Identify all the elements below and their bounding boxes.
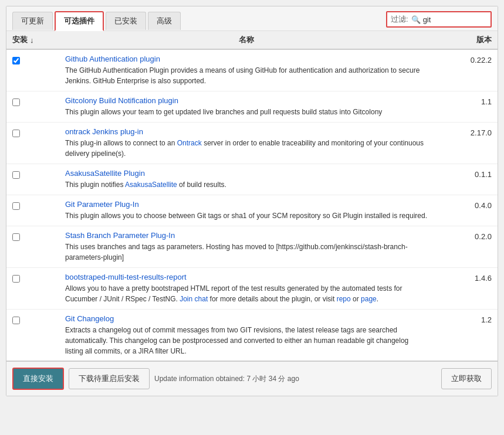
plugin-desc: This plugin allows your team to get upda… xyxy=(65,107,427,117)
plugin-content: Git Parameter Plug-In This plugin allows… xyxy=(59,200,433,221)
version-cell: 0.2.0 xyxy=(433,231,492,241)
plugin-title-link[interactable]: Git Parameter Plug-In xyxy=(65,200,139,209)
col-install-header[interactable]: 安装 ↓ xyxy=(12,35,59,45)
plugin-content: Stash Branch Parameter Plug-In This uses… xyxy=(59,231,433,263)
search-icon: 🔍 xyxy=(411,15,421,24)
plugin-desc: This plugin notifies AsakusaSatellite of… xyxy=(65,179,427,190)
plugin-desc: This plug-in allows to connect to an Ont… xyxy=(65,138,427,159)
install-checkbox-cell xyxy=(12,273,59,283)
install-checkbox[interactable] xyxy=(12,317,20,324)
install-checkbox-cell xyxy=(12,169,59,179)
plugin-content: bootstraped-multi-test-results-report Al… xyxy=(59,273,433,304)
plugin-title-link[interactable]: AsakusaSatellite Plugin xyxy=(65,169,145,178)
col-name-header: 名称 xyxy=(59,35,433,45)
install-checkbox-cell xyxy=(12,231,59,241)
download-button[interactable]: 下载待重启后安装 xyxy=(69,368,150,389)
ontrack-link[interactable]: Ontrack xyxy=(177,139,202,147)
install-checkbox-cell xyxy=(12,55,59,64)
filter-input[interactable] xyxy=(423,15,482,24)
version-cell: 0.1.1 xyxy=(433,169,492,179)
plugin-list: Github Authentication plugin The GitHub … xyxy=(6,50,498,361)
plugin-title-link[interactable]: ontrack Jenkins plug-in xyxy=(65,127,143,136)
install-checkbox-cell xyxy=(12,200,59,210)
repo-link[interactable]: repo xyxy=(337,295,351,303)
filter-label: 过滤: xyxy=(391,14,408,25)
table-row: Github Authentication plugin The GitHub … xyxy=(6,50,498,91)
install-button[interactable]: 直接安装 xyxy=(12,368,64,390)
table-row: Gitcolony Build Notification plugin This… xyxy=(6,91,498,123)
plugin-content: AsakusaSatellite Plugin This plugin noti… xyxy=(59,169,433,190)
version-cell: 1.4.6 xyxy=(433,273,492,283)
page-link[interactable]: page xyxy=(361,295,377,303)
plugin-desc: Allows you to have a pretty bootstraped … xyxy=(65,283,427,304)
install-checkbox[interactable] xyxy=(12,98,20,106)
plugin-desc: Extracts a changelog out of commit messa… xyxy=(65,325,427,356)
install-checkbox-cell xyxy=(12,314,59,324)
table-row: Git Changelog Extracts a changelog out o… xyxy=(6,310,498,361)
install-checkbox[interactable] xyxy=(12,130,20,137)
table-row: AsakusaSatellite Plugin This plugin noti… xyxy=(6,164,498,195)
plugin-content: Gitcolony Build Notification plugin This… xyxy=(59,96,433,117)
version-cell: 1.1 xyxy=(433,96,492,106)
col-version-header: 版本 xyxy=(433,35,492,45)
plugin-content: Github Authentication plugin The GitHub … xyxy=(59,55,433,86)
version-cell: 0.22.2 xyxy=(433,55,492,64)
plugin-title-link[interactable]: Stash Branch Parameter Plug-In xyxy=(65,231,175,240)
install-checkbox[interactable] xyxy=(12,171,20,179)
install-checkbox[interactable] xyxy=(12,233,20,241)
table-row: ontrack Jenkins plug-in This plug-in all… xyxy=(6,123,498,164)
tab-installed[interactable]: 已安装 xyxy=(106,12,146,30)
filter-box: 过滤: 🔍 xyxy=(386,11,492,28)
version-cell: 1.2 xyxy=(433,314,492,324)
table-header: 安装 ↓ 名称 版本 xyxy=(6,31,498,50)
plugin-desc: This plugin allows you to choose between… xyxy=(65,210,427,221)
install-checkbox[interactable] xyxy=(12,57,20,64)
tabs-row: 可更新 可选插件 已安装 高级 过滤: 🔍 xyxy=(6,6,498,31)
version-cell: 2.17.0 xyxy=(433,127,492,137)
install-checkbox[interactable] xyxy=(12,202,20,210)
table-row: Git Parameter Plug-In This plugin allows… xyxy=(6,195,498,226)
fetch-button[interactable]: 立即获取 xyxy=(441,368,492,389)
plugin-content: Git Changelog Extracts a changelog out o… xyxy=(59,314,433,356)
tab-updatable[interactable]: 可更新 xyxy=(12,12,53,30)
tab-available[interactable]: 可选插件 xyxy=(55,11,104,31)
plugin-desc: This uses branches and tags as parameter… xyxy=(65,242,427,263)
plugin-title-link[interactable]: Git Changelog xyxy=(65,314,114,323)
plugin-content: ontrack Jenkins plug-in This plug-in all… xyxy=(59,127,433,159)
plugin-desc: The GitHub Authentication Plugin provide… xyxy=(65,65,427,86)
tab-advanced[interactable]: 高级 xyxy=(148,12,181,30)
plugin-title-link[interactable]: Github Authentication plugin xyxy=(65,55,160,63)
footer: 直接安装 下载待重启后安装 Update information obtaine… xyxy=(6,361,498,396)
install-checkbox-cell xyxy=(12,127,59,137)
plugin-title-link[interactable]: Gitcolony Build Notification plugin xyxy=(65,96,178,105)
join-chat-link[interactable]: Join chat xyxy=(180,295,208,303)
plugin-title-link[interactable]: bootstraped-multi-test-results-report xyxy=(65,273,187,281)
update-info: Update information obtained: 7 小时 34 分 a… xyxy=(154,374,299,384)
install-checkbox[interactable] xyxy=(12,275,20,283)
version-cell: 0.4.0 xyxy=(433,200,492,210)
table-row: bootstraped-multi-test-results-report Al… xyxy=(6,268,498,310)
table-row: Stash Branch Parameter Plug-In This uses… xyxy=(6,226,498,268)
asakusasatellite-link[interactable]: AsakusaSatellite xyxy=(125,181,177,189)
plugin-manager: 可更新 可选插件 已安装 高级 过滤: 🔍 安装 ↓ 名称 版本 Github … xyxy=(6,6,498,396)
install-checkbox-cell xyxy=(12,96,59,106)
